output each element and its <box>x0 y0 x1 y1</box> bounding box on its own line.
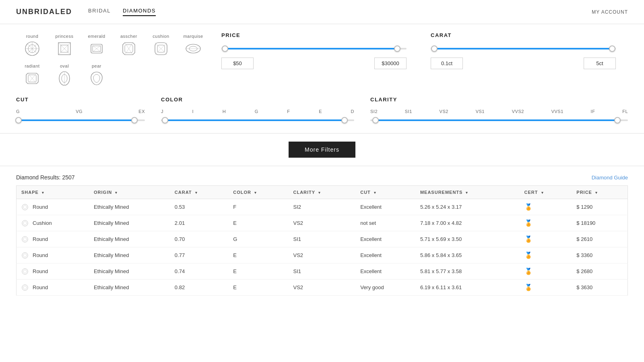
col-price-sort: ▾ <box>595 191 598 195</box>
cut-thumb-max[interactable] <box>131 117 138 123</box>
col-measurements-sort: ▾ <box>466 191 468 195</box>
marquise-icon <box>185 40 202 57</box>
cell-clarity-2: SI1 <box>288 231 355 247</box>
col-clarity-label: CLARITY <box>293 190 315 195</box>
cut-slider[interactable] <box>16 116 145 124</box>
col-measurements[interactable]: MEASUREMENTS ▾ <box>415 186 520 199</box>
more-filters-row: More Filters <box>0 134 644 166</box>
shape-oval-label: oval <box>60 64 69 68</box>
carat-slider[interactable] <box>431 45 616 53</box>
clarity-label-0: SI2 <box>370 109 378 114</box>
cell-cut-1: not set <box>355 215 415 231</box>
table-row[interactable]: Round Ethically Mined 0.82 E VS2 Very go… <box>17 280 628 296</box>
svg-point-42 <box>22 284 28 290</box>
table-row[interactable]: Round Ethically Mined 0.70 G SI1 Excelle… <box>17 231 628 247</box>
shape-section: round princess <box>16 32 209 88</box>
table-row[interactable]: Cushion Ethically Mined 2.01 E VS2 not s… <box>17 215 628 231</box>
more-filters-button[interactable]: More Filters <box>289 142 355 158</box>
my-account-link[interactable]: MY ACCOUNT <box>592 9 628 15</box>
price-slider[interactable] <box>221 45 407 53</box>
color-labels: J I H G F E D <box>161 109 354 114</box>
clarity-thumb-max[interactable] <box>614 117 621 123</box>
table-row[interactable]: Round Ethically Mined 0.74 E SI1 Excelle… <box>17 263 628 280</box>
price-thumb-min[interactable] <box>222 45 228 52</box>
shape-marquise[interactable]: marquise <box>177 32 209 59</box>
diamond-guide-link[interactable]: Diamond Guide <box>592 175 628 181</box>
price-thumb-max[interactable] <box>394 45 400 52</box>
cell-origin-0: Ethically Mined <box>89 199 170 215</box>
svg-point-34 <box>22 220 28 226</box>
cell-carat-1: 2.01 <box>170 215 228 231</box>
col-price[interactable]: PRICE ▾ <box>572 186 627 199</box>
svg-point-33 <box>23 205 27 208</box>
table-row[interactable]: Round Ethically Mined 0.77 E VS2 Excelle… <box>17 247 628 263</box>
col-carat[interactable]: CARAT ▾ <box>170 186 228 199</box>
carat-thumb-max[interactable] <box>609 45 615 52</box>
logo[interactable]: UNBRIDALED <box>16 8 72 16</box>
shape-marquise-label: marquise <box>183 34 203 39</box>
cell-cert-1: 🏅 <box>520 215 572 231</box>
svg-point-38 <box>22 252 28 258</box>
col-cut[interactable]: CUT ▾ <box>355 186 415 199</box>
clarity-thumb-min[interactable] <box>372 117 379 123</box>
cert-icon-4: 🏅 <box>524 268 533 275</box>
shape-cushion-label: cushion <box>153 34 169 39</box>
col-cert[interactable]: CERT ▾ <box>520 186 572 199</box>
cell-clarity-0: SI2 <box>288 199 355 215</box>
color-label-1: I <box>192 109 194 114</box>
col-cert-label: CERT <box>524 190 538 195</box>
carat-min-value[interactable]: 0.1ct <box>431 58 463 69</box>
color-thumb-max[interactable] <box>341 117 348 123</box>
shape-pear[interactable]: pear <box>80 62 113 88</box>
price-max-value[interactable]: $30000 <box>374 58 407 69</box>
cell-measurements-2: 5.71 x 5.69 x 3.50 <box>415 231 520 247</box>
shape-emerald[interactable]: emerald <box>80 32 113 59</box>
nav-bridal[interactable]: BRIDAL <box>88 8 111 16</box>
col-origin-sort: ▾ <box>115 191 118 195</box>
table-header: SHAPE ▾ ORIGIN ▾ CARAT ▾ COLOR ▾ CLARITY… <box>17 186 628 199</box>
table-body: Round Ethically Mined 0.53 F SI2 Excelle… <box>17 199 628 296</box>
price-min-value[interactable]: $50 <box>221 58 254 69</box>
col-cut-label: CUT <box>360 190 371 195</box>
shape-princess[interactable]: princess <box>48 32 80 59</box>
cell-cut-0: Excellent <box>355 199 415 215</box>
cut-thumb-min[interactable] <box>15 117 22 123</box>
cell-cert-4: 🏅 <box>520 263 572 280</box>
clarity-slider[interactable] <box>370 116 628 124</box>
cell-measurements-4: 5.81 x 5.77 x 3.58 <box>415 263 520 280</box>
cell-cert-5: 🏅 <box>520 280 572 296</box>
clarity-title: CLARITY <box>370 97 628 103</box>
color-slider[interactable] <box>161 116 354 124</box>
cell-carat-3: 0.77 <box>170 247 228 263</box>
shape-asscher[interactable]: asscher <box>113 32 145 59</box>
table-row[interactable]: Round Ethically Mined 0.53 F SI2 Excelle… <box>17 199 628 215</box>
clarity-label-5: VVS1 <box>551 109 564 114</box>
cell-price-4: $ 2680 <box>572 263 627 280</box>
carat-range-values: 0.1ct 5ct <box>431 58 616 69</box>
shape-radiant[interactable]: radiant <box>16 62 48 88</box>
carat-max-value[interactable]: 5ct <box>584 58 616 69</box>
color-label-4: F <box>287 109 290 114</box>
carat-thumb-min[interactable] <box>431 45 438 52</box>
color-fill <box>165 119 345 121</box>
cut-filter: CUT G VG EX <box>16 97 145 129</box>
col-clarity[interactable]: CLARITY ▾ <box>288 186 355 199</box>
filters-bottom-row: CUT G VG EX COLOR J I H G F E <box>16 97 628 129</box>
shape-round[interactable]: round <box>16 32 48 59</box>
shape-oval[interactable]: oval <box>48 62 80 88</box>
nav-diamonds[interactable]: DIAMONDS <box>123 8 156 16</box>
cell-carat-2: 0.70 <box>170 231 228 247</box>
cell-clarity-5: VS2 <box>288 280 355 296</box>
col-origin[interactable]: ORIGIN ▾ <box>89 186 170 199</box>
cell-color-1: E <box>228 215 288 231</box>
col-shape-label: SHAPE <box>21 190 39 195</box>
svg-point-36 <box>22 236 28 242</box>
cell-cut-2: Excellent <box>355 231 415 247</box>
cell-price-5: $ 3630 <box>572 280 627 296</box>
col-shape[interactable]: SHAPE ▾ <box>17 186 89 199</box>
col-color[interactable]: COLOR ▾ <box>228 186 288 199</box>
cell-origin-3: Ethically Mined <box>89 247 170 263</box>
color-thumb-min[interactable] <box>162 117 168 123</box>
cell-carat-5: 0.82 <box>170 280 228 296</box>
shape-cushion[interactable]: cushion <box>145 32 177 59</box>
